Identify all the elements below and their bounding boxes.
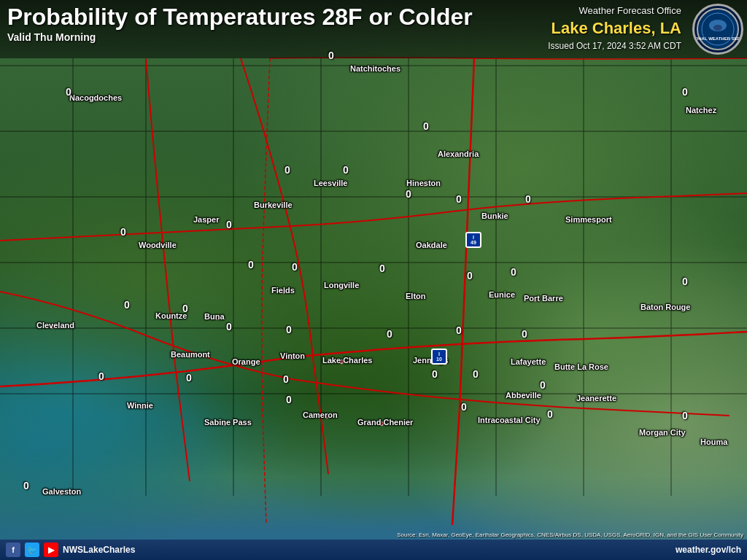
city-label: Burkeville (254, 201, 293, 209)
city-label: Houma (700, 438, 727, 446)
website-url: weather.gov/lch (676, 545, 741, 555)
city-label: Beaumont (171, 350, 210, 359)
city-label: Fields (271, 286, 295, 295)
probability-value: 0 (286, 394, 292, 405)
probability-value: 0 (461, 401, 467, 413)
city-label: Jeanerette (576, 394, 616, 402)
probability-value: 0 (186, 372, 192, 384)
nws-label: Weather Forecast Office (548, 4, 681, 18)
city-label: Cameron (303, 411, 338, 419)
city-label: Hineston (406, 179, 441, 187)
city-label: Lake Charles (322, 356, 372, 365)
probability-value: 0 (682, 276, 688, 287)
city-label: Longville (324, 281, 359, 289)
probability-value: 0 (387, 328, 392, 340)
probability-value: 0 (292, 261, 298, 273)
interstate-49-shield: I49 (465, 232, 481, 248)
probability-value: 0 (682, 410, 688, 421)
map-background (0, 0, 747, 560)
city-label: Simmesport (565, 215, 612, 224)
probability-value: 0 (547, 408, 553, 420)
probability-value: 0 (379, 262, 385, 274)
city-label: Intracoastal City (478, 416, 541, 424)
probability-value: 0 (23, 480, 29, 491)
probability-value: 0 (511, 266, 516, 278)
social-icons: f 🐦 ▶ NWSLakeCharles (6, 542, 135, 557)
city-label: Bunkie (481, 211, 508, 220)
city-label: Galveston (42, 487, 81, 496)
youtube-icon[interactable]: ▶ (44, 542, 58, 557)
city-label: Jasper (193, 215, 219, 224)
city-label: Orange (232, 357, 260, 366)
probability-value: 0 (328, 50, 334, 61)
city-label: Woodville (139, 241, 177, 249)
probability-value: 0 (343, 164, 349, 176)
probability-value: 0 (226, 219, 232, 230)
probability-value: 0 (285, 164, 290, 176)
office-name: Lake Charles, LA (548, 18, 681, 40)
nws-logo-inner: NATIONAL WEATHER SERVICE (696, 7, 740, 52)
twitter-icon[interactable]: 🐦 (25, 542, 39, 557)
city-label: Elton (406, 292, 426, 300)
probability-value: 0 (423, 120, 429, 132)
probability-value: 0 (473, 368, 479, 380)
city-label: Abbeville (506, 391, 541, 400)
city-label: Buna (204, 312, 225, 321)
city-label: Natchez (686, 106, 716, 114)
city-label: Vinton (280, 351, 305, 360)
issued-text: Issued Oct 17, 2024 3:52 AM CDT (548, 40, 681, 52)
probability-value: 0 (456, 193, 462, 205)
probability-value: 0 (283, 373, 289, 385)
valid-text: Valid Thu Morning (7, 31, 548, 43)
city-label: Natchitoches (350, 64, 400, 73)
probability-value: 0 (182, 303, 188, 314)
city-label: Oakdale (416, 241, 447, 249)
probability-value: 0 (124, 299, 130, 311)
nws-logo: NATIONAL WEATHER SERVICE (692, 4, 743, 55)
city-label: Baton Rouge (640, 303, 690, 311)
city-label: Morgan City (639, 428, 686, 437)
facebook-icon[interactable]: f (6, 542, 20, 557)
city-label: Leesville (314, 179, 347, 187)
probability-value: 0 (248, 259, 254, 271)
probability-value: 0 (66, 86, 71, 98)
probability-value: 0 (226, 321, 232, 332)
source-text: Source: Esri, Maxar, GeoEye, Earthstar G… (397, 532, 743, 538)
social-handle: NWSLakeCharles (63, 545, 135, 555)
city-label: Sabine Pass (204, 418, 252, 427)
probability-value: 0 (522, 328, 527, 340)
city-label: Port Barre (524, 294, 563, 303)
probability-value: 0 (467, 270, 473, 281)
nws-info-block: Weather Forecast Office Lake Charles, LA… (548, 4, 681, 52)
probability-value: 0 (98, 370, 104, 382)
city-label: Butte La Rose (554, 362, 608, 371)
header-bar: Probability of Temperatures 28F or Colde… (0, 0, 747, 58)
city-label: Grand Chenier (357, 418, 413, 427)
svg-text:NATIONAL WEATHER SERVICE: NATIONAL WEATHER SERVICE (696, 36, 740, 41)
title-block: Probability of Temperatures 28F or Colde… (7, 4, 548, 43)
city-label: Lafayette (511, 357, 546, 366)
main-title: Probability of Temperatures 28F or Colde… (7, 4, 548, 30)
probability-value: 0 (406, 188, 411, 200)
probability-value: 0 (120, 226, 126, 238)
probability-value: 0 (525, 193, 531, 205)
city-label: Cleveland (36, 321, 74, 330)
interstate-10-shield: I10 (431, 349, 447, 365)
svg-point-17 (713, 25, 722, 31)
city-label: Eunice (489, 290, 515, 299)
probability-value: 0 (286, 324, 292, 335)
city-label: Nacogdoches (69, 93, 122, 102)
probability-value: 0 (456, 324, 462, 336)
probability-value: 0 (540, 379, 546, 391)
city-label: Alexandria (438, 149, 479, 158)
map-container: Probability of Temperatures 28F or Colde… (0, 0, 747, 560)
probability-value: 0 (682, 86, 688, 98)
probability-value: 0 (432, 368, 438, 380)
city-label: Winnie (127, 401, 153, 410)
footer-bar: f 🐦 ▶ NWSLakeCharles weather.gov/lch (0, 540, 747, 560)
